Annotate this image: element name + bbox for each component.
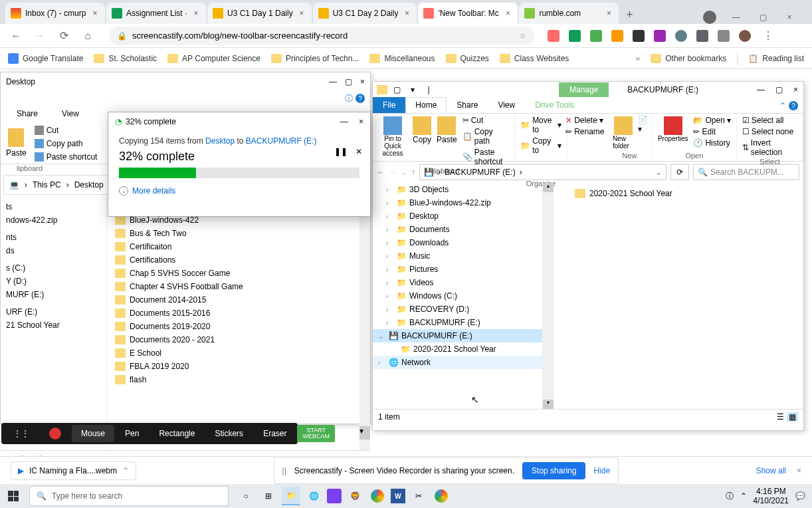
tree-item[interactable]: ›📁BACKUPMURF (E:)	[373, 316, 542, 329]
tree-item[interactable]: ›📁Downloads	[373, 236, 542, 249]
ext-icon[interactable]	[654, 30, 666, 42]
recent-button[interactable]: ⌄	[401, 168, 407, 177]
stop-sharing-button[interactable]: Stop sharing	[522, 462, 585, 479]
cut-button[interactable]: ✂Cut	[461, 115, 510, 126]
tree-item[interactable]: 📁2020-2021 School Year	[373, 342, 542, 356]
tab-share[interactable]: Share	[447, 97, 488, 113]
bookmark-item[interactable]: Miscellaneous	[369, 54, 435, 63]
ext-icon[interactable]	[633, 30, 645, 42]
cancel-button[interactable]: ✕	[355, 147, 362, 156]
menu-view[interactable]: View	[62, 109, 79, 118]
invert-selection-button[interactable]: ⇅Invert selection	[741, 138, 799, 158]
close-icon[interactable]: ×	[359, 117, 363, 126]
nav-item[interactable]: Y (D:)	[3, 275, 104, 288]
minimize-icon[interactable]: —	[340, 117, 348, 126]
folder-item[interactable]: E School	[110, 346, 357, 360]
folder-item[interactable]: flash	[110, 373, 357, 386]
help-icon[interactable]: ?	[355, 94, 365, 103]
webcam-button[interactable]: START WEBCAM	[297, 425, 335, 442]
stickers-tool[interactable]: Stickers	[205, 425, 253, 442]
folder-item[interactable]: Certificaiton	[110, 240, 357, 253]
tree-item[interactable]: ›📁Windows (C:)	[373, 289, 542, 303]
nav-item[interactable]: MURF (E:)	[3, 288, 104, 301]
close-icon[interactable]: ×	[402, 9, 411, 18]
nav-item[interactable]: ts	[3, 200, 104, 213]
folder-item[interactable]: Chapter 4 SVHS Football Game	[110, 280, 357, 293]
more-details-button[interactable]: ⌄ More details	[119, 186, 359, 195]
download-item[interactable]: ▶ IC Naming a Fla....webm ⌃	[11, 461, 136, 480]
maximize-icon[interactable]: ▢	[345, 77, 352, 86]
up-button[interactable]: ↑	[411, 168, 415, 177]
folder-item[interactable]: Chap 5 SVHS Soccer Game	[110, 267, 357, 280]
bookmark-item[interactable]: Principles of Techn...	[271, 54, 359, 63]
forward-button[interactable]: →	[32, 28, 48, 44]
file-list[interactable]: 2020-2021 School Year	[554, 183, 803, 409]
copy-path-button[interactable]: Copy path	[32, 138, 100, 150]
taskbar-search[interactable]: 🔍 Type here to search	[29, 486, 229, 506]
scrollbar[interactable]: ▴▾	[359, 197, 370, 450]
app-icon[interactable]	[327, 489, 342, 503]
bookmark-item[interactable]: Google Translate	[8, 53, 83, 64]
minimize-icon[interactable]: —	[329, 77, 337, 86]
profile-icon[interactable]	[739, 30, 751, 42]
tree-item[interactable]: ›📁Pictures	[373, 263, 542, 276]
folder-item[interactable]: Document 2014-2015	[110, 293, 357, 307]
tab-gmail[interactable]: Inbox (7) - cmurp×	[5, 3, 105, 24]
close-icon[interactable]: ×	[360, 77, 365, 86]
ext-icon[interactable]	[590, 30, 602, 42]
rename-button[interactable]: ✏Rename	[564, 126, 605, 137]
move-to-button[interactable]: 📁Move to▾	[519, 115, 563, 135]
select-none-button[interactable]: ☐Select none	[741, 126, 799, 137]
folder-item[interactable]: Bus & Tech Two	[110, 227, 357, 240]
copy-to-button[interactable]: 📁Copy to▾	[519, 136, 563, 156]
tab-drive-tools[interactable]: Drive Tools	[525, 97, 584, 113]
ext-icon[interactable]	[569, 30, 581, 42]
tree-item[interactable]: ›📁Music	[373, 249, 542, 263]
brave-icon[interactable]: 🦁	[346, 487, 364, 505]
nav-item[interactable]: s (C:)	[3, 261, 104, 275]
pen-tool[interactable]: Pen	[116, 425, 148, 442]
help-icon[interactable]: ?	[789, 101, 798, 110]
src-link[interactable]: Desktop	[205, 136, 235, 146]
bookmark-item[interactable]: St. Scholastic	[94, 54, 157, 63]
view-icons-icon[interactable]: ▦	[787, 412, 798, 422]
history-button[interactable]: 🕐History	[692, 138, 732, 148]
folder-item[interactable]: Documents 2020 - 2021	[110, 333, 357, 346]
clock[interactable]: 4:16 PM 4/10/2021	[754, 487, 789, 506]
close-icon[interactable]: ×	[793, 85, 798, 94]
reading-list[interactable]: 📋Reading list	[748, 54, 804, 63]
copy-path-button[interactable]: 📋Copy path	[461, 126, 510, 146]
help-icon[interactable]: ⓘ	[345, 93, 353, 104]
tree-item[interactable]: ›📁RECOVERY (D:)	[373, 303, 542, 316]
new-tab-button[interactable]: +	[620, 5, 639, 24]
explorer-icon[interactable]: 📁	[282, 487, 300, 505]
bookmark-item[interactable]: Quizzes	[446, 54, 489, 63]
bookmark-item[interactable]: AP Computer Science	[167, 54, 260, 63]
back-button[interactable]: ←	[8, 28, 24, 44]
tree-item[interactable]: ›📁Documents	[373, 223, 542, 236]
refresh-button[interactable]: ⟳	[670, 164, 689, 180]
minimize-icon[interactable]: —	[730, 11, 743, 24]
search-input[interactable]: 🔍 Search BACKUPM...	[693, 164, 799, 180]
tree-item-network[interactable]: ›🌐Network	[373, 356, 542, 369]
tree-item[interactable]: ›📁Videos	[373, 276, 542, 289]
record-button[interactable]	[40, 424, 70, 444]
nav-item[interactable]: URF (E:)	[3, 305, 104, 318]
home-button[interactable]: ⌂	[80, 28, 96, 44]
maximize-icon[interactable]: ▢	[775, 85, 783, 94]
close-icon[interactable]: ×	[797, 466, 801, 475]
start-button[interactable]	[0, 484, 27, 508]
extensions-icon[interactable]	[696, 30, 708, 42]
snip-icon[interactable]: ✂	[409, 487, 428, 505]
menu-share[interactable]: Share	[17, 109, 38, 118]
show-all-button[interactable]: Show all	[756, 466, 786, 475]
ext-icon[interactable]	[718, 30, 730, 42]
tab-screencastify[interactable]: 'New Toolbar: Mc×	[418, 3, 518, 24]
chrome-icon[interactable]	[368, 487, 387, 505]
folder-item[interactable]: FBLA 2019 2020	[110, 360, 357, 373]
pause-button[interactable]: ❚❚	[334, 147, 348, 156]
chevron-up-icon[interactable]: ⌃	[740, 491, 747, 501]
close-icon[interactable]: ×	[604, 9, 613, 18]
collapse-button[interactable]: ‹	[336, 425, 357, 442]
ext-icon[interactable]	[548, 30, 559, 42]
